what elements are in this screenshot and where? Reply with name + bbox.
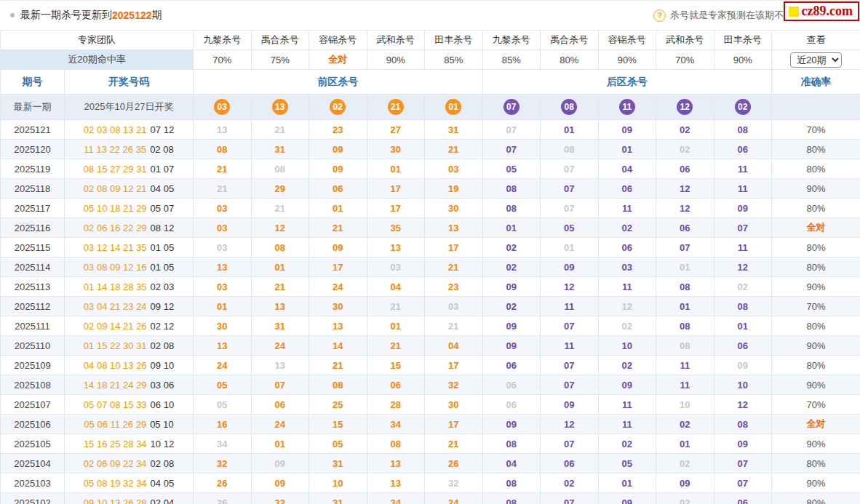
back-kill-number: 08 [714, 120, 772, 140]
table-row: 202510904 08 10 13 2609 1024132115170607… [1, 356, 860, 375]
front-kill-number: 21 [367, 336, 425, 356]
table-row: 202511301 14 18 28 3502 0303212404230912… [1, 277, 860, 297]
accuracy-cell: 80% [772, 199, 860, 218]
front-kill-number: 24 [425, 493, 483, 504]
back-kill-number: 06 [714, 140, 772, 159]
back-kill-number: 08 [656, 316, 714, 336]
front-draw-numbers: 03 08 09 12 16 [84, 262, 147, 273]
hit-rate-value: 90% [598, 50, 656, 70]
period-cell: 2025104 [1, 454, 65, 473]
back-kill-number: 08 [482, 199, 541, 218]
back-kill-number: 11 [541, 297, 599, 316]
front-draw-numbers: 05 07 08 15 33 [84, 399, 147, 410]
back-kill-number: 07 [714, 454, 772, 473]
front-kill-number: 21 [251, 120, 309, 140]
front-kill-number: 15 [309, 415, 367, 434]
back-draw-numbers: 09 10 [151, 360, 175, 371]
draw-numbers-cell: 01 14 18 28 3502 03 [65, 277, 194, 297]
front-kill-number: 21 [367, 297, 425, 316]
accuracy-cell: 80% [772, 454, 860, 473]
draw-numbers-cell: 11 13 22 26 3502 08 [65, 140, 194, 159]
draw-numbers-cell: 02 06 16 22 2908 12 [65, 218, 194, 238]
front-kill-number: 35 [367, 218, 425, 238]
accuracy-cell: 80% [772, 356, 860, 375]
front-kill-number: 08 [251, 238, 309, 257]
back-kill-number: 09 [482, 277, 541, 297]
front-kill-ball: 03 [194, 95, 252, 120]
draw-column-header: 开奖号码 [65, 70, 194, 95]
front-draw-numbers: 05 08 19 32 34 [84, 478, 147, 489]
draw-numbers-cell: 02 09 14 21 2602 12 [65, 316, 194, 336]
back-draw-numbers: 04 05 [151, 183, 175, 194]
period-cell: 2025111 [1, 316, 65, 336]
kill-number-table: 专家团队 九黎杀号 禹合杀号 容锦杀号 武和杀号 田丰杀号 九黎杀号 禹合杀号 … [0, 30, 860, 504]
back-kill-number: 01 [598, 473, 656, 493]
front-kill-number: 01 [367, 159, 425, 179]
front-kill-number: 32 [251, 493, 309, 504]
front-kill-number: 09 [251, 454, 309, 473]
front-kill-number: 14 [309, 336, 367, 356]
range-select[interactable]: 近20期 [790, 52, 842, 68]
back-kill-number: 03 [598, 257, 656, 277]
back-kill-circle: 11 [619, 99, 635, 115]
column-header-row: 期号 开奖号码 前区杀号 后区杀号 准确率 [1, 70, 860, 95]
kill-number-page: 最新一期杀号更新到2025122期 ? 杀号就是专家预测在该期不可能开出的号码 … [0, 0, 860, 504]
front-kill-number: 01 [309, 199, 367, 218]
period-cell: 2025115 [1, 238, 65, 257]
front-kill-number: 30 [194, 316, 252, 336]
back-kill-number: 11 [598, 395, 656, 415]
accuracy-cell: 80% [772, 316, 860, 336]
period-cell: 2025114 [1, 257, 65, 277]
period-cell: 2025110 [1, 336, 65, 356]
title-prefix: 最新一期杀号更新到 [20, 9, 112, 22]
front-kill-number: 17 [425, 238, 483, 257]
front-kill-number: 24 [309, 277, 367, 297]
back-kill-number: 07 [714, 473, 772, 493]
accuracy-cell: 90% [772, 473, 860, 493]
hit-rate-row: 近20期命中率 70% 75% 全对 90% 85% 85% 80% 90% 7… [1, 50, 860, 70]
back-kill-number: 09 [482, 415, 541, 434]
view-header: 查看 [772, 31, 860, 50]
back-kill-number: 02 [482, 238, 541, 257]
front-kill-number: 29 [251, 179, 309, 199]
back-draw-numbers: 04 05 [151, 478, 175, 489]
front-kill-number: 30 [425, 395, 483, 415]
latest-accuracy-cell [772, 95, 860, 120]
front-kill-number: 06 [367, 375, 425, 395]
period-cell: 2025116 [1, 218, 65, 238]
back-kill-number: 09 [714, 434, 772, 454]
front-kill-number: 31 [309, 493, 367, 504]
front-kill-number: 13 [367, 473, 425, 493]
back-kill-number: 09 [482, 316, 541, 336]
front-kill-number: 07 [251, 375, 309, 395]
accuracy-cell: 70% [772, 297, 860, 316]
accuracy-column-header: 准确率 [772, 70, 860, 95]
hit-rate-value: 全对 [309, 50, 367, 70]
front-kill-number: 21 [194, 179, 252, 199]
front-kill-number: 13 [425, 218, 483, 238]
back-kill-number: 09 [541, 257, 599, 277]
back-draw-numbers: 02 12 [151, 321, 175, 332]
back-kill-number: 09 [541, 395, 599, 415]
front-draw-numbers: 04 08 10 13 26 [84, 360, 147, 371]
front-draw-numbers: 02 06 16 22 29 [84, 223, 147, 233]
front-kill-number: 17 [309, 257, 367, 277]
front-kill-number: 21 [425, 140, 483, 159]
back-kill-number: 12 [598, 297, 656, 316]
period-cell: 2025102 [1, 493, 65, 504]
draw-numbers-cell: 01 15 22 30 3102 08 [65, 336, 194, 356]
front-kill-ball: 01 [425, 95, 483, 120]
front-kill-ball: 13 [251, 95, 309, 120]
back-kill-number: 06 [714, 336, 772, 356]
back-kill-number: 02 [598, 356, 656, 375]
back-kill-number: 10 [714, 375, 772, 395]
latest-draw-date: 2025年10月27日开奖 [65, 95, 194, 120]
back-kill-circle: 02 [735, 99, 751, 115]
back-kill-number: 04 [482, 454, 541, 473]
hit-rate-value: 90% [714, 50, 772, 70]
front-kill-number: 30 [367, 140, 425, 159]
front-draw-numbers: 03 04 21 23 24 [84, 301, 147, 312]
table-row: 202512102 03 08 13 2107 1213212327310701… [1, 120, 860, 140]
front-kill-number: 21 [425, 257, 483, 277]
front-kill-number: 30 [425, 199, 483, 218]
